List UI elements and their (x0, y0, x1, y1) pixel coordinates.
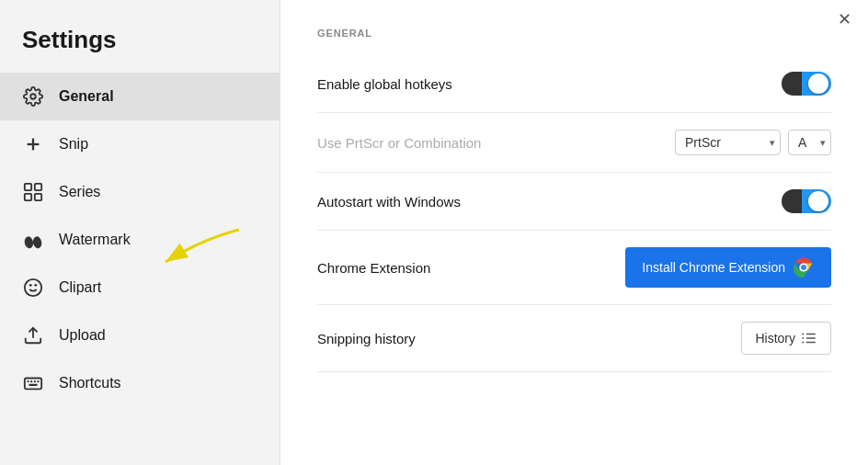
sidebar-label-snip: Snip (59, 136, 88, 153)
autostart-toggle[interactable] (782, 189, 831, 213)
install-chrome-ext-text: Install Chrome Extension (642, 260, 785, 275)
prtscr-select-wrapper: PrtScr Combination (675, 130, 781, 155)
sidebar-item-watermark[interactable]: Watermark (0, 216, 280, 264)
sidebar-label-upload: Upload (59, 327, 106, 344)
setting-row-chrome: Chrome Extension Install Chrome Extensio… (317, 231, 831, 305)
svg-rect-3 (25, 184, 31, 190)
keyboard-icon (22, 372, 44, 394)
combo-dropdown[interactable]: A B C (788, 130, 831, 155)
setting-row-history: Snipping history History (317, 305, 831, 372)
main-content: GENERAL Enable global hotkeys Use PrtScr… (280, 0, 868, 465)
setting-row-autostart: Autostart with Windows (317, 173, 831, 231)
chrome-ext-label: Chrome Extension (317, 260, 430, 276)
sidebar-item-series[interactable]: Series (0, 168, 280, 216)
setting-row-hotkeys: Enable global hotkeys (317, 55, 831, 113)
sidebar-label-clipart: Clipart (59, 279, 101, 296)
history-label: Snipping history (317, 331, 416, 346)
svg-point-7 (24, 236, 34, 249)
dropdown-group: PrtScr Combination A B C (675, 130, 831, 155)
install-chrome-ext-button[interactable]: Install Chrome Extension (625, 247, 831, 288)
section-header: GENERAL (317, 28, 831, 39)
combo-select-wrapper: A B C (788, 130, 831, 155)
sidebar-label-shortcuts: Shortcuts (59, 375, 121, 391)
close-button[interactable]: ✕ (838, 9, 851, 29)
series-icon (22, 181, 44, 203)
watermark-icon (22, 229, 44, 251)
sidebar-item-clipart[interactable]: Clipart (0, 264, 280, 312)
autostart-toggle-thumb (808, 191, 828, 211)
list-icon (801, 330, 817, 346)
hotkeys-toggle[interactable] (782, 72, 831, 96)
toggle-track (782, 72, 831, 96)
setting-row-prtscr: Use PrtScr or Combination PrtScr Combina… (317, 113, 831, 173)
svg-rect-13 (25, 379, 41, 390)
svg-point-0 (30, 94, 36, 99)
toggle-thumb (808, 74, 828, 94)
sidebar-item-general[interactable]: General (0, 73, 280, 120)
sidebar-label-watermark: Watermark (59, 232, 131, 248)
hotkeys-label: Enable global hotkeys (317, 76, 452, 92)
smiley-icon (22, 277, 44, 299)
sidebar-label-general: General (59, 88, 114, 105)
sidebar: Settings General Snip (0, 0, 280, 465)
svg-point-8 (32, 236, 42, 249)
svg-point-22 (801, 265, 806, 270)
sidebar-label-series: Series (59, 184, 100, 200)
upload-icon (22, 324, 44, 346)
svg-point-9 (25, 279, 41, 296)
svg-rect-5 (35, 184, 41, 190)
svg-rect-6 (35, 194, 41, 200)
sidebar-item-shortcuts[interactable]: Shortcuts (0, 359, 280, 407)
prtscr-label: Use PrtScr or Combination (317, 135, 481, 151)
chrome-logo-icon (793, 256, 815, 278)
history-button[interactable]: History (741, 322, 831, 355)
sidebar-title: Settings (0, 18, 280, 73)
autostart-label: Autostart with Windows (317, 194, 461, 210)
svg-rect-4 (25, 194, 31, 200)
gear-icon (22, 85, 44, 108)
prtscr-dropdown[interactable]: PrtScr Combination (675, 130, 781, 155)
sidebar-item-snip[interactable]: Snip (0, 120, 280, 168)
plus-icon (22, 133, 44, 155)
sidebar-item-upload[interactable]: Upload (0, 312, 280, 359)
autostart-toggle-track (782, 189, 831, 213)
history-button-text: History (755, 331, 795, 346)
